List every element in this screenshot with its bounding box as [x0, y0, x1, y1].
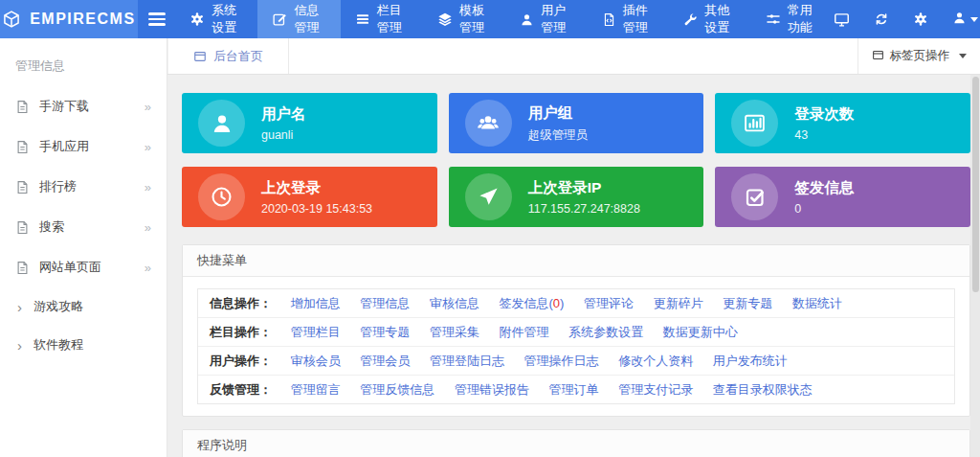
document-icon	[15, 100, 30, 114]
card-value: guanli	[261, 128, 306, 142]
quick-menu-panel: 快捷菜单 信息操作： 增加信息 管理信息 审核信息 签发信息(0) 管理评论 更…	[182, 244, 970, 417]
vertical-scrollbar[interactable]	[970, 75, 980, 457]
link-manage-orders[interactable]: 管理订单	[549, 382, 599, 397]
row-label: 信息操作：	[210, 296, 272, 310]
nav-item-column-management[interactable]: 栏目管理	[341, 0, 423, 38]
link-dir-permission-status[interactable]: 查看目录权限状态	[713, 382, 813, 397]
sidebar-item-mobile-apps[interactable]: 手机应用 »	[0, 126, 167, 167]
scrollbar-thumb[interactable]	[972, 77, 979, 292]
link-issue-info[interactable]: 签发信息(0)	[500, 296, 565, 310]
link-manage-info[interactable]: 管理信息	[360, 296, 410, 310]
card-title: 登录次数	[794, 104, 854, 125]
send-icon	[465, 173, 512, 220]
link-error-reports[interactable]: 管理错误报告	[455, 382, 529, 397]
double-chevron-icon: »	[145, 261, 151, 275]
link-data-update-center[interactable]: 数据更新中心	[663, 325, 738, 339]
user-icon	[520, 12, 534, 27]
brand-logo[interactable]: EMPIRECMS	[0, 0, 138, 38]
link-manage-comments[interactable]: 管理评论	[584, 296, 634, 310]
gear-icon	[189, 11, 205, 27]
stat-cards: 用户名 guanli 用户组 超级管理员 登录次数 43	[182, 93, 970, 227]
cube-icon	[2, 10, 21, 29]
chevron-right-icon: ›	[17, 300, 22, 314]
nav-item-user-management[interactable]: 用户管理	[505, 0, 588, 38]
double-chevron-icon: »	[145, 180, 151, 194]
nav-item-common-functions[interactable]: 常用功能	[751, 0, 834, 38]
sidebar-item-label: 网站单页面	[39, 259, 135, 276]
link-review-members[interactable]: 审核会员	[291, 354, 341, 368]
sidebar: 管理信息 手游下载 » 手机应用 » 排行榜 » 搜索 » 网站单页面 » › …	[0, 38, 167, 457]
row-label: 反馈管理：	[210, 382, 272, 397]
content: 用户名 guanli 用户组 超级管理员 登录次数 43	[167, 75, 970, 457]
link-operation-logs[interactable]: 管理操作日志	[524, 354, 599, 368]
user-icon	[198, 100, 245, 147]
nav-item-other-settings[interactable]: 其他设置	[669, 0, 751, 38]
sidebar-section-header: 管理信息	[0, 38, 167, 86]
quick-menu-box: 信息操作： 增加信息 管理信息 审核信息 签发信息(0) 管理评论 更新碎片 更…	[197, 288, 955, 404]
nav-item-plugin-management[interactable]: 插件管理	[588, 0, 670, 38]
chevron-right-icon: ›	[17, 338, 22, 353]
refresh-icon[interactable]	[874, 11, 889, 27]
card-value: 43	[794, 128, 854, 142]
program-notes-panel: 程序说明	[182, 429, 970, 457]
link-system-params[interactable]: 系统参数设置	[568, 325, 643, 339]
hamburger-menu-button[interactable]	[138, 0, 175, 38]
sidebar-group-label: 软件教程	[33, 336, 83, 354]
link-manage-members[interactable]: 管理会员	[360, 354, 410, 368]
document-icon	[15, 261, 30, 275]
card-last-login[interactable]: 上次登录 2020-03-19 15:43:53	[182, 167, 437, 227]
card-username[interactable]: 用户名 guanli	[182, 93, 437, 153]
nav-item-label: 其他设置	[704, 2, 737, 36]
gear-icon[interactable]	[913, 11, 928, 27]
link-manage-columns[interactable]: 管理栏目	[291, 325, 341, 339]
nav-item-template-management[interactable]: 模板管理	[423, 0, 505, 38]
card-usergroup[interactable]: 用户组 超级管理员	[449, 93, 704, 153]
sidebar-group-label: 游戏攻略	[33, 298, 83, 315]
caret-down-icon	[959, 54, 967, 58]
link-attachment-management[interactable]: 附件管理	[500, 325, 549, 339]
sidebar-item-label: 搜索	[39, 218, 135, 236]
quick-menu-title: 快捷菜单	[183, 245, 969, 277]
sidebar-item-mobile-game-download[interactable]: 手游下载 »	[0, 86, 167, 126]
link-edit-profile[interactable]: 修改个人资料	[618, 354, 693, 368]
card-last-login-ip[interactable]: 上次登录IP 117.155.27.247:8828	[449, 167, 704, 227]
tab-label: 后台首页	[213, 48, 263, 65]
sidebar-item-rankings[interactable]: 排行榜 »	[0, 167, 167, 207]
tab-actions-button[interactable]: 标签页操作	[858, 38, 980, 74]
window-icon	[193, 50, 207, 63]
link-manage-feedback[interactable]: 管理反馈信息	[360, 382, 434, 397]
sidebar-item-single-pages[interactable]: 网站单页面 »	[0, 247, 167, 287]
link-manage-topics[interactable]: 管理专题	[360, 325, 410, 339]
tab-admin-home[interactable]: 后台首页	[167, 38, 289, 74]
link-review-info[interactable]: 审核信息	[430, 296, 479, 310]
layers-icon	[437, 11, 453, 27]
nav-item-system-settings[interactable]: 系统设置	[175, 0, 257, 38]
link-data-statistics[interactable]: 数据统计	[792, 296, 842, 310]
nav-item-label: 插件管理	[623, 2, 656, 36]
card-issued-info[interactable]: 签发信息 0	[715, 167, 970, 227]
list-icon	[355, 11, 370, 27]
sidebar-item-label: 手机应用	[39, 138, 135, 155]
clock-icon	[198, 173, 245, 220]
link-login-logs[interactable]: 管理登陆日志	[430, 354, 504, 368]
monitor-icon[interactable]	[834, 11, 850, 28]
hamburger-icon	[148, 12, 166, 15]
nav-item-info-management[interactable]: 信息管理	[257, 0, 340, 38]
quick-menu-row-info: 信息操作： 增加信息 管理信息 审核信息 签发信息(0) 管理评论 更新碎片 更…	[198, 289, 954, 318]
link-user-publish-stats[interactable]: 用户发布统计	[713, 354, 788, 368]
sidebar-item-search[interactable]: 搜索 »	[0, 207, 167, 247]
link-payment-records[interactable]: 管理支付记录	[618, 382, 693, 397]
link-add-info[interactable]: 增加信息	[291, 296, 341, 310]
card-value: 117.155.27.247:8828	[528, 202, 640, 216]
bar-chart-icon	[731, 100, 778, 147]
user-icon	[952, 11, 967, 29]
link-update-topics[interactable]: 更新专题	[723, 296, 772, 310]
link-manage-messages[interactable]: 管理留言	[291, 382, 341, 397]
link-update-fragments[interactable]: 更新碎片	[654, 296, 703, 310]
sidebar-group-software-tutorials[interactable]: › 软件教程	[0, 326, 167, 364]
sidebar-group-game-guides[interactable]: › 游戏攻略	[0, 287, 167, 326]
link-manage-collection[interactable]: 管理采集	[430, 325, 479, 339]
card-login-count[interactable]: 登录次数 43	[715, 93, 970, 153]
user-menu-button[interactable]	[952, 11, 978, 29]
sidebar-item-label: 手游下载	[39, 98, 135, 115]
